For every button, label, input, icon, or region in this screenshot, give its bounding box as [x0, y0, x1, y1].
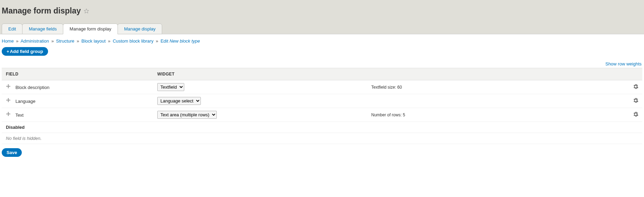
add-field-group-button[interactable]: +Add field group [2, 47, 48, 56]
star-icon[interactable] [84, 8, 89, 14]
field-label: Block description [16, 85, 49, 90]
drag-handle-icon[interactable] [6, 98, 11, 104]
widget-select[interactable]: Language select [157, 97, 201, 105]
field-label: Language [16, 99, 36, 104]
breadcrumb-home[interactable]: Home [2, 38, 14, 44]
gear-icon[interactable] [633, 113, 638, 118]
drag-handle-icon[interactable] [6, 112, 11, 118]
primary-tabs: Edit Manage fields Manage form display M… [2, 24, 642, 34]
save-button[interactable]: Save [2, 148, 22, 157]
drag-handle-icon[interactable] [6, 84, 11, 90]
page-title: Manage form display [2, 6, 81, 16]
svg-marker-0 [84, 9, 88, 13]
widget-summary: Textfield size: 60 [367, 80, 628, 94]
field-display-table: Field Widget Block description Textfield… [2, 68, 642, 144]
widget-select[interactable]: Text area (multiple rows) [157, 111, 217, 119]
gear-icon[interactable] [633, 85, 638, 90]
column-header-field: Field [2, 68, 153, 80]
table-row: Block description Textfield Textfield si… [2, 80, 642, 94]
gear-icon[interactable] [633, 99, 638, 104]
breadcrumb-block-layout[interactable]: Block layout [82, 38, 106, 44]
breadcrumb: Home » Administration » Structure » Bloc… [0, 34, 644, 47]
tab-manage-form-display[interactable]: Manage form display [63, 24, 118, 34]
show-row-weights-link[interactable]: Show row weights [605, 61, 642, 66]
table-row: Text Text area (multiple rows) Number of… [2, 108, 642, 122]
widget-select[interactable]: Textfield [157, 83, 184, 91]
widget-summary [367, 94, 628, 108]
tab-manage-display[interactable]: Manage display [118, 24, 162, 34]
table-row: Language Language select [2, 94, 642, 108]
disabled-section-heading: Disabled [2, 122, 642, 133]
breadcrumb-custom-block-library[interactable]: Custom block library [113, 38, 153, 44]
tab-edit[interactable]: Edit [2, 24, 22, 34]
breadcrumb-administration[interactable]: Administration [20, 38, 49, 44]
disabled-empty-message: No field is hidden. [2, 133, 642, 144]
breadcrumb-edit[interactable]: Edit New block type [160, 38, 200, 44]
tab-manage-fields[interactable]: Manage fields [22, 24, 63, 34]
breadcrumb-structure[interactable]: Structure [56, 38, 74, 44]
column-header-widget: Widget [153, 68, 367, 80]
field-label: Text [15, 113, 24, 118]
widget-summary: Number of rows: 5 [367, 108, 628, 122]
